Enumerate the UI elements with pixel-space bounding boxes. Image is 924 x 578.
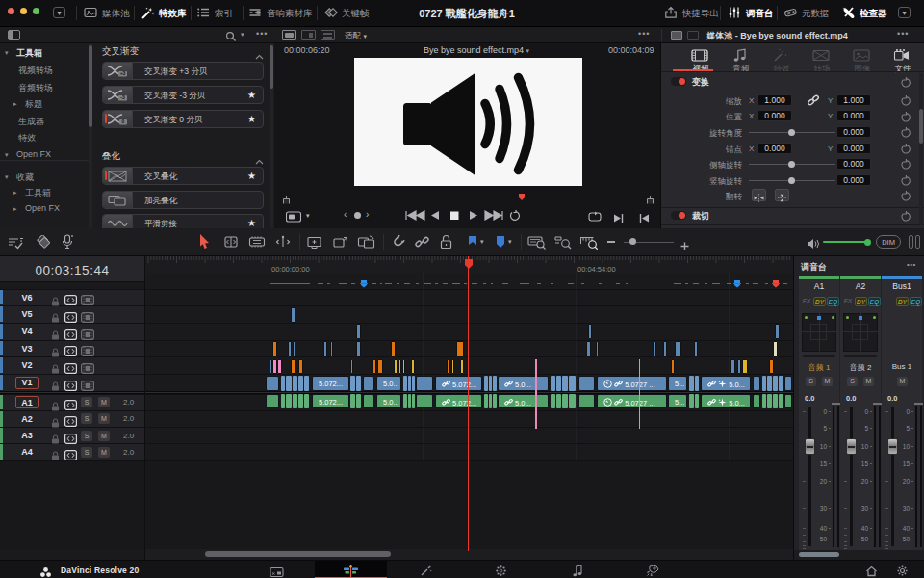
svg-text:0: 0 xyxy=(122,118,125,124)
svg-text:-3: -3 xyxy=(120,94,125,100)
svg-text:+3: +3 xyxy=(120,70,126,76)
